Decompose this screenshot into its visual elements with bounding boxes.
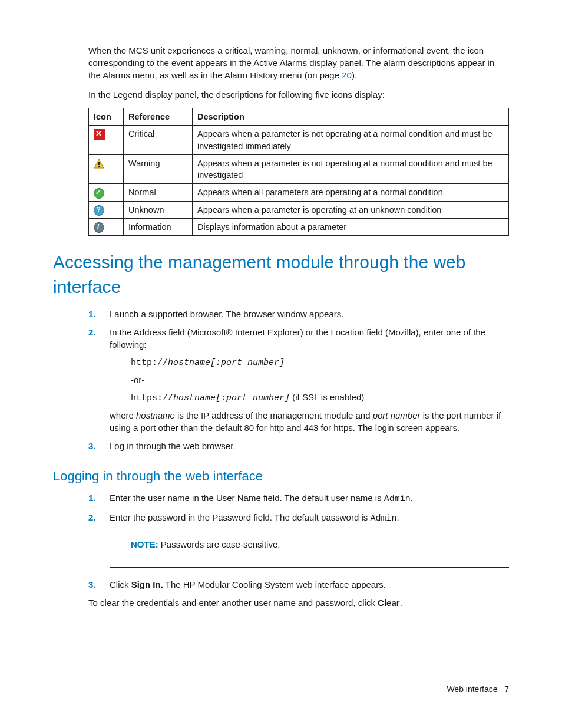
ref-cell: Normal bbox=[124, 184, 193, 201]
th-icon: Icon bbox=[89, 108, 124, 126]
var-portnumber: port number bbox=[373, 410, 421, 420]
table-row: Warning Appears when a parameter is not … bbox=[89, 154, 509, 184]
svg-rect-2 bbox=[98, 166, 100, 167]
intro-text-tail: ). bbox=[352, 70, 357, 80]
ref-cell: Unknown bbox=[124, 201, 193, 218]
txt: . bbox=[396, 512, 399, 522]
intro-paragraph-1: When the MCS unit experiences a critical… bbox=[88, 44, 509, 81]
ref-cell: Information bbox=[124, 219, 193, 236]
or-separator: -or- bbox=[131, 374, 509, 386]
step-text: In the Address field (Microsoft® Interne… bbox=[110, 327, 485, 350]
desc-cell: Appears when all parameters are operatin… bbox=[193, 184, 509, 201]
table-row: Unknown Appears when a parameter is oper… bbox=[89, 201, 509, 218]
login-steps: Enter the user name in the User Name fie… bbox=[88, 492, 509, 591]
th-description: Description bbox=[193, 108, 509, 126]
footer-page-number: 7 bbox=[504, 684, 509, 694]
desc-cell: Displays information about a parameter bbox=[193, 219, 509, 236]
clear-instruction: To clear the credentials and enter anoth… bbox=[88, 597, 509, 609]
url-example-2: https://hostname[:port number] (if SSL i… bbox=[131, 391, 509, 404]
access-steps: Launch a supported browser. The browser … bbox=[88, 308, 509, 452]
svg-rect-1 bbox=[98, 162, 100, 165]
desc-cell: Appears when a parameter is not operatin… bbox=[193, 126, 509, 155]
default-username: Admin bbox=[384, 494, 411, 504]
legend-icon-table: Icon Reference Description Critical Appe… bbox=[88, 108, 509, 236]
list-item: Log in through the web browser. bbox=[88, 440, 509, 452]
ref-cell: Critical bbox=[124, 126, 193, 155]
normal-icon bbox=[94, 188, 104, 199]
var-hostname: hostname bbox=[136, 410, 175, 420]
table-row: Critical Appears when a parameter is not… bbox=[89, 126, 509, 155]
where-paragraph: where hostname is the IP address of the … bbox=[110, 409, 509, 434]
list-item: Click Sign In. The HP Modular Cooling Sy… bbox=[88, 578, 509, 591]
step-text: Enter the user name in the User Name fie… bbox=[110, 493, 384, 503]
desc-cell: Appears when a parameter is not operatin… bbox=[193, 154, 509, 184]
heading-accessing-web-interface: Accessing the management module through … bbox=[53, 250, 509, 299]
critical-icon bbox=[94, 129, 105, 140]
note-box: NOTE: Passwords are case-sensitive. bbox=[110, 531, 509, 568]
step-text: Log in through the web browser. bbox=[110, 441, 235, 451]
url-scheme: https:// bbox=[131, 393, 173, 403]
footer-title: Web interface bbox=[447, 684, 497, 694]
txt: where bbox=[110, 410, 136, 420]
page-footer: Web interface 7 bbox=[447, 684, 509, 696]
note-label: NOTE: bbox=[131, 539, 158, 549]
table-row: Information Displays information about a… bbox=[89, 219, 509, 236]
warning-icon bbox=[94, 159, 104, 169]
txt: To clear the credentials and enter anoth… bbox=[88, 598, 378, 608]
list-item: Enter the user name in the User Name fie… bbox=[88, 492, 509, 505]
step-text: Click bbox=[110, 579, 131, 589]
txt: is the IP address of the management modu… bbox=[175, 410, 373, 420]
url-scheme: http:// bbox=[131, 358, 168, 368]
txt: . bbox=[400, 598, 402, 608]
information-icon bbox=[94, 222, 104, 233]
note-text: Passwords are case-sensitive. bbox=[158, 539, 280, 549]
url-variable: hostname[:port number] bbox=[173, 393, 290, 403]
table-row: Normal Appears when all parameters are o… bbox=[89, 184, 509, 201]
list-item: Enter the password in the Password field… bbox=[88, 511, 509, 568]
unknown-icon bbox=[94, 205, 104, 216]
intro-paragraph-2: In the Legend display panel, the descrip… bbox=[88, 88, 509, 101]
ref-cell: Warning bbox=[124, 154, 193, 184]
intro-text: When the MCS unit experiences a critical… bbox=[88, 45, 494, 80]
step-text: Enter the password in the Password field… bbox=[110, 512, 370, 522]
txt: . bbox=[411, 493, 413, 503]
desc-cell: Appears when a parameter is operating at… bbox=[193, 201, 509, 218]
page-link-20[interactable]: 20 bbox=[342, 70, 352, 80]
url-example-1: http://hostname[:port number] bbox=[131, 355, 509, 369]
list-item: Launch a supported browser. The browser … bbox=[88, 308, 509, 320]
url-suffix: (if SSL is enabled) bbox=[290, 392, 364, 402]
clear-label: Clear bbox=[378, 598, 400, 608]
txt: The HP Modular Cooling System web interf… bbox=[163, 579, 386, 589]
default-password: Admin bbox=[370, 513, 396, 523]
url-variable: hostname[:port number] bbox=[168, 358, 285, 368]
sign-in-label: Sign In. bbox=[131, 579, 163, 589]
step-text: Launch a supported browser. The browser … bbox=[110, 309, 343, 319]
heading-logging-in: Logging in through the web interface bbox=[53, 467, 509, 486]
list-item: In the Address field (Microsoft® Interne… bbox=[88, 326, 509, 434]
th-reference: Reference bbox=[124, 108, 193, 126]
